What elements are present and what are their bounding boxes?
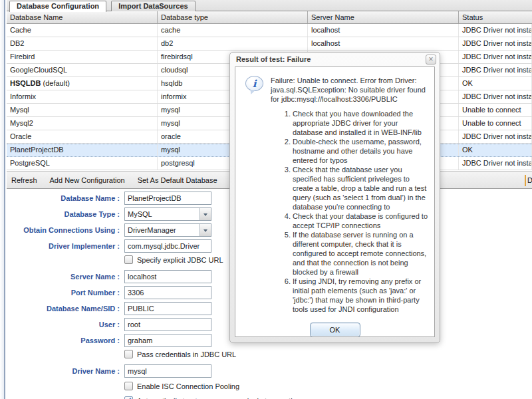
troubleshooting-step: If using JNDI, try removing any prefix o… — [293, 277, 429, 314]
server-name-label: Server Name — [7, 273, 120, 281]
cell-status: JDBC Driver not installed — [459, 157, 532, 170]
dialog-body: i Failure: Unable to connect. Error from… — [235, 66, 435, 337]
port-number-input[interactable] — [124, 286, 211, 299]
enable-isc-connection-pooling-checkbox[interactable] — [124, 382, 133, 390]
pass-credentials-in-jdbc-url-row: Pass credentials in JDBC URL — [124, 350, 532, 358]
database-name-text: Cache — [10, 26, 31, 34]
tab-database-configuration[interactable]: Database Configuration — [9, 1, 106, 12]
database-name-text: PlanetProjectDB — [10, 146, 64, 154]
info-balloon-icon: i — [245, 76, 264, 96]
cell-status: JDBC Driver not installed — [459, 90, 532, 103]
automatically-treat-a-queue-as-a-single-transaction-label: Automatically treat a queue as a single … — [137, 397, 301, 399]
troubleshooting-step: If the database server is running on a d… — [293, 230, 429, 277]
chevron-down-icon — [200, 224, 211, 236]
database-name-sid-label: Database Name/SID — [7, 305, 120, 313]
cell-server-name: localhost — [308, 24, 459, 37]
cell-database-name: Oracle — [7, 130, 158, 143]
database-name-text: Mysql — [10, 106, 29, 114]
enable-isc-connection-pooling-row: Enable ISC Connection Pooling — [124, 382, 532, 390]
test-result-dialog: Result of test: Failure × i Failure: Una… — [229, 52, 440, 343]
left-gutter — [0, 0, 5, 399]
troubleshooting-step: Double-check the username, password, hos… — [293, 137, 429, 165]
cell-status: OK — [459, 144, 532, 156]
obtain-connections-using-select[interactable]: DriverManager — [124, 223, 211, 237]
enable-isc-connection-pooling-label: Enable ISC Connection Pooling — [137, 382, 239, 390]
user-input[interactable] — [124, 318, 211, 331]
database-name-text: Informix — [10, 92, 36, 100]
database-name-input[interactable] — [124, 192, 211, 205]
column-header-database-type[interactable]: Database type — [158, 11, 308, 23]
cell-database-name: Mysql2 — [7, 117, 158, 130]
cell-database-name: PlanetProjectDB — [7, 144, 158, 156]
cell-status: JDBC Driver not installed — [459, 37, 532, 50]
cell-database-name: Firebird — [7, 51, 158, 63]
driver-name-row: Driver Name — [7, 364, 532, 378]
cell-database-name: Mysql — [7, 104, 158, 116]
driver-name-input[interactable] — [124, 364, 211, 378]
troubleshooting-step: Check that you have downloaded the appro… — [293, 109, 429, 137]
cell-status: Unable to connect — [459, 104, 532, 116]
column-header-server-name[interactable]: Server Name — [308, 11, 459, 23]
pass-credentials-in-jdbc-url-checkbox[interactable] — [124, 350, 133, 358]
database-name-text: GoogleCloudSQL — [10, 66, 67, 74]
add-new-configuration-button[interactable]: Add New Configuration — [50, 176, 125, 184]
dialog-message: Failure: Unable to connect. Error from D… — [271, 76, 428, 104]
refresh-button[interactable]: Refresh — [11, 176, 37, 184]
pass-credentials-in-jdbc-url-label: Pass credentials in JDBC URL — [137, 350, 236, 358]
specify-explicit-jdbc-url-label: Specify explicit JDBC URL — [137, 256, 223, 264]
cell-database-type: db2 — [158, 37, 308, 50]
tab-bar: Database Configuration Import DataSource… — [7, 0, 532, 11]
database-name-text: Firebird — [10, 53, 35, 61]
cell-server-name: localhost — [308, 37, 459, 50]
database-type-select[interactable]: MySQL — [124, 207, 211, 221]
database-name-suffix: (default) — [41, 79, 69, 87]
table-row[interactable]: DB2db2localhostJDBC Driver not installed — [7, 37, 532, 51]
cell-status: JDBC Driver not installed — [459, 51, 532, 63]
set-as-default-database-button[interactable]: Set As Default Database — [138, 176, 217, 184]
port-number-label: Port Number — [7, 289, 120, 297]
tab-import-datasources[interactable]: Import DataSources — [111, 1, 196, 11]
password-label: Password — [7, 336, 120, 344]
cell-database-name: DB2 — [7, 37, 158, 50]
database-name-text: HSQLDB — [10, 79, 41, 87]
table-header-row: Database Name Database type Server Name … — [7, 11, 532, 24]
cell-database-name: PostgreSQL — [7, 157, 158, 170]
automatically-treat-a-queue-as-a-single-transaction-row: Automatically treat a queue as a single … — [124, 396, 532, 399]
column-header-status[interactable]: Status — [459, 11, 532, 23]
specify-explicit-jdbc-url-checkbox[interactable] — [124, 255, 133, 264]
chevron-down-icon — [200, 208, 211, 220]
driver-name-label: Driver Name — [7, 367, 120, 375]
automatically-treat-a-queue-as-a-single-transaction-checkbox[interactable] — [124, 396, 133, 399]
database-name-label: Database Name — [7, 194, 120, 202]
troubleshooting-step: Check that the database user you specifi… — [293, 165, 429, 211]
troubleshooting-steps: Check that you have downloaded the appro… — [235, 109, 429, 314]
clipped-edge-button[interactable]: D — [525, 175, 532, 186]
cell-database-type: cache — [158, 24, 308, 37]
database-name-text: DB2 — [10, 39, 24, 47]
database-name-text: Mysql2 — [10, 119, 33, 127]
database-type-label: Database Type — [7, 210, 120, 218]
driver-implementer-label: Driver Implementer — [7, 242, 120, 250]
cell-status: Unable to connect — [459, 117, 532, 130]
cell-status: JDBC Driver not installed — [459, 130, 532, 143]
database-name-sid-input[interactable] — [124, 302, 211, 315]
cell-database-name: Cache — [7, 24, 158, 37]
cell-status: JDBC Driver not installed — [459, 24, 532, 37]
database-name-text: Oracle — [10, 132, 31, 140]
troubleshooting-step: Check that your database is configured t… — [293, 211, 429, 230]
cell-database-name: GoogleCloudSQL — [7, 64, 158, 76]
column-header-database-name[interactable]: Database Name — [7, 11, 158, 23]
ok-button[interactable]: OK — [310, 323, 360, 337]
database-name-text: PostgreSQL — [10, 159, 50, 167]
table-row[interactable]: CachecachelocalhostJDBC Driver not insta… — [7, 24, 532, 37]
cell-database-name: HSQLDB (default) — [7, 77, 158, 90]
cell-status: OK — [459, 77, 532, 90]
password-input[interactable] — [124, 334, 211, 347]
dialog-title: Result of test: Failure — [230, 53, 440, 66]
close-icon[interactable]: × — [426, 55, 436, 65]
driver-implementer-input[interactable] — [124, 239, 211, 253]
cell-status: JDBC Driver not installed — [459, 64, 532, 76]
cell-database-name: Informix — [7, 90, 158, 103]
server-name-input[interactable] — [124, 270, 211, 283]
user-label: User — [7, 321, 120, 329]
